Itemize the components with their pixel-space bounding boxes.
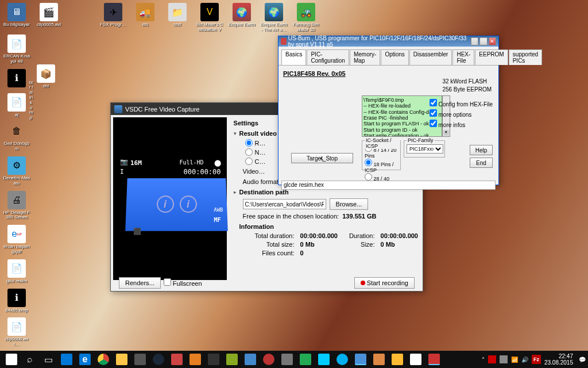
taskbar-app[interactable] — [388, 351, 407, 367]
start-button[interactable]: ⊞ — [2, 351, 21, 367]
usburn-tabs: Basics PIC-Configuration Memory-Map Opti… — [278, 47, 498, 66]
desktop-icon[interactable]: 🌍Empire Earth — [228, 3, 256, 33]
taskbar-app[interactable] — [168, 351, 186, 367]
desktop-icon[interactable]: 🖥Bu bilgisayar — [3, 3, 30, 33]
skype-button[interactable] — [333, 351, 351, 367]
socket-radio[interactable] — [365, 159, 372, 166]
start-recording-button[interactable]: Start recording — [354, 277, 415, 289]
video-preview: 📷 16M Full-HD ⬤ I 000:00:00 i i AWB MF ⬛ — [113, 117, 227, 280]
awb-label: AWB — [214, 207, 223, 213]
taskbar-app[interactable] — [370, 351, 388, 367]
network-icon[interactable]: 📶 — [511, 356, 518, 363]
usburn-window: US-Burn , USB programmer for PIC10F/12F/… — [278, 36, 499, 185]
video-radio[interactable] — [245, 158, 253, 165]
preview-timer: 000:00:00 — [184, 168, 221, 176]
record-icon — [361, 281, 365, 285]
tab-eeprom[interactable]: EEPROM — [475, 49, 508, 65]
taskbar-app[interactable] — [223, 351, 241, 367]
tab-basics[interactable]: Basics — [281, 49, 306, 65]
socket-radio[interactable] — [365, 173, 372, 181]
tab-hex-file[interactable]: HEX-File — [452, 49, 474, 65]
notifications-icon[interactable]: 💬 — [579, 356, 586, 363]
taskbar-app[interactable] — [186, 351, 204, 367]
help-button[interactable]: Help — [470, 145, 493, 155]
desktop-icon[interactable]: 📁test — [164, 3, 191, 33]
edge-icon[interactable]: epdfercan başlangıçdf — [3, 225, 30, 255]
taskbar-app[interactable] — [407, 351, 425, 367]
tray-icon[interactable] — [500, 355, 508, 363]
end-button[interactable]: End — [470, 158, 493, 168]
volume-icon[interactable]: 🔊 — [521, 356, 528, 363]
maximize-button[interactable]: □ — [479, 37, 487, 45]
cursor-icon: ↖ — [320, 156, 324, 162]
taskbar-app[interactable] — [204, 351, 223, 367]
taskbar-app[interactable] — [131, 351, 149, 367]
tab-disassembler[interactable]: Disassembler — [409, 49, 452, 65]
pic-family-select[interactable]: PIC18Fxxx — [407, 144, 443, 154]
close-button[interactable]: ✕ — [489, 37, 496, 45]
desktop-icon[interactable]: 📄glcd resim — [3, 259, 30, 284]
desktop-icon[interactable]: 🚜Farming Simulator 15 — [292, 3, 320, 33]
control-panel-icon[interactable]: ⚙Denetim Masası — [3, 156, 30, 186]
filezilla-icon[interactable]: Fz — [532, 355, 541, 364]
chip-label: PIC18F458 Rev. 0x05 — [283, 70, 494, 77]
printer-icon[interactable]: 🖨HP Deskjet F380 Series — [3, 191, 30, 221]
tab-pic-config[interactable]: PIC-Configuration — [307, 49, 349, 65]
tray-up-icon[interactable]: ˄ — [482, 356, 485, 363]
task-view-button[interactable]: ▭ — [39, 351, 57, 367]
taskbar-app[interactable] — [351, 351, 370, 367]
config-hex-checkbox[interactable] — [430, 99, 437, 106]
more-options-checkbox[interactable] — [430, 109, 437, 117]
free-space-value: 139.551 GB — [342, 213, 376, 220]
fullscreen-checkbox[interactable] — [164, 278, 171, 286]
taskbar-app[interactable] — [315, 351, 333, 367]
taskbar-app[interactable] — [260, 351, 278, 367]
desktop-icon[interactable]: ℹ64x85.bmp — [3, 289, 30, 313]
tab-memory-map[interactable]: Memory-Map — [350, 49, 380, 65]
usburn-titlebar[interactable]: US-Burn , USB programmer for PIC10F/12F/… — [278, 36, 498, 47]
tray-icon[interactable] — [488, 355, 496, 363]
desktop-icon[interactable]: VSid Meier's Civilization V — [196, 3, 223, 33]
info-icon: i — [156, 195, 173, 213]
steam-button[interactable] — [149, 351, 168, 367]
search-button[interactable]: ⌕ — [21, 351, 39, 367]
desktop-icon[interactable]: 🚚ets — [131, 3, 159, 33]
vsdc-app-icon — [114, 105, 122, 113]
more-infos-checkbox[interactable] — [430, 120, 437, 127]
desktop-icon[interactable]: ℹbir islinkomp — [3, 69, 30, 89]
store-button[interactable] — [57, 351, 76, 367]
vsdc-title-text: VSDC Free Video Capture — [125, 106, 199, 113]
video-radio[interactable] — [245, 148, 253, 156]
chrome-button[interactable] — [94, 351, 113, 367]
desktop-column: 📄ERCAN Kısayol 48 ℹbir islinkomp 📄aj 🗑Ge… — [3, 34, 30, 365]
taskbar-app[interactable] — [425, 351, 443, 367]
desktop-icon[interactable]: 📦ehi — [32, 64, 60, 89]
preview-hd: Full-HD — [179, 159, 203, 166]
tab-supported-pics[interactable]: supported PICs — [509, 49, 542, 65]
taskbar-app[interactable] — [241, 351, 260, 367]
desktop-icon[interactable]: 🎬clip0005.avi — [35, 3, 63, 33]
taskbar-app[interactable] — [296, 351, 315, 367]
renders-button[interactable]: Renders... — [119, 277, 161, 289]
hex-file-path[interactable]: glcde resim.hex — [281, 181, 496, 190]
explorer-button[interactable] — [113, 351, 131, 367]
edge-button[interactable]: e — [76, 351, 94, 367]
desktop-icon[interactable]: 🌍Empire Earth - The Art o… — [260, 3, 288, 33]
preview-res: 16M — [130, 159, 142, 167]
collapse-arrow-icon[interactable]: ▾ — [234, 131, 239, 136]
tab-options[interactable]: Options — [381, 49, 408, 65]
result-video-header: Result video — [239, 130, 277, 137]
desktop-icon[interactable]: 📄aj — [3, 93, 30, 118]
desktop-top-row: 🖥Bu bilgisayar 🎬clip0005.avi ✈FSX Progr…… — [3, 3, 320, 33]
video-radio[interactable] — [245, 139, 253, 147]
path-input[interactable] — [243, 199, 326, 209]
browse-button[interactable]: Browse... — [330, 198, 369, 210]
desktop-icon[interactable]: 📄clip0006.avi… — [3, 317, 30, 347]
collapse-arrow-icon[interactable]: ▸ — [234, 189, 239, 195]
minimize-button[interactable]: _ — [471, 37, 478, 45]
desktop-icon[interactable]: ✈FSX Progr… — [99, 3, 127, 33]
taskbar-clock[interactable]: 22:4723.08.2015 — [544, 353, 575, 366]
recycle-bin-icon[interactable]: 🗑Geri Dönüşüm — [3, 122, 30, 152]
taskbar-app[interactable] — [278, 351, 296, 367]
desktop-icon[interactable]: 📄ERCAN Kısayol 48 — [3, 34, 30, 64]
